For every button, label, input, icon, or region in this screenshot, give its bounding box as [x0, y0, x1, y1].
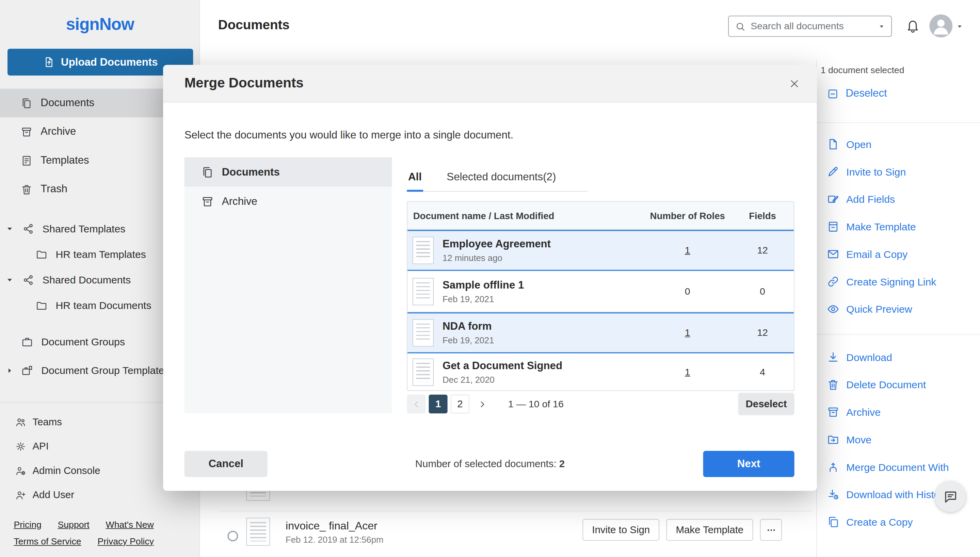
previous-page-button[interactable]	[407, 395, 426, 414]
roles-cell: 0	[644, 286, 731, 297]
move-icon	[827, 433, 840, 446]
sidebar-item-label: Shared Documents	[42, 274, 131, 286]
search-dropdown-caret-icon[interactable]	[878, 23, 885, 29]
make-template-button[interactable]: Make Template	[666, 519, 753, 541]
link-icon	[827, 275, 840, 288]
action-label: Download with History	[846, 489, 948, 500]
chevron-right-icon	[477, 399, 487, 409]
action-quick-preview[interactable]: Quick Preview	[817, 295, 980, 323]
signnow-logo[interactable]: signNow	[0, 15, 200, 34]
document-info: Employee Agreement12 minutes ago	[434, 238, 644, 263]
footer-link-terms-of-service[interactable]: Terms of Service	[14, 536, 81, 546]
email-icon	[827, 248, 840, 261]
more-options-button[interactable]	[760, 519, 782, 541]
footer-link-privacy-policy[interactable]: Privacy Policy	[97, 536, 154, 546]
avatar-caret-icon[interactable]	[956, 23, 963, 30]
invite-to-sign-button[interactable]: Invite to Sign	[582, 519, 659, 541]
document-thumbnail	[413, 358, 434, 386]
top-bar: Documents	[200, 0, 980, 52]
document-info: NDA formFeb 19, 2021	[434, 320, 644, 345]
action-archive[interactable]: Archive	[817, 399, 980, 426]
documents-icon	[21, 97, 33, 109]
tab-all[interactable]: All	[407, 171, 423, 191]
caret-down-icon[interactable]	[6, 225, 14, 233]
table-header: Document name / Last Modified Number of …	[408, 202, 794, 230]
action-delete-document[interactable]: Delete Document	[817, 371, 980, 399]
modal-tabs: AllSelected documents(2)	[407, 171, 587, 192]
footer-link-support[interactable]: Support	[58, 520, 90, 529]
minus-square-icon	[827, 88, 839, 100]
table-row[interactable]: Get a Document SignedDec 21, 202014	[408, 353, 794, 390]
table-row[interactable]: Employee Agreement12 minutes ago112	[408, 230, 794, 271]
tab-selected-documents-2[interactable]: Selected documents(2)	[445, 171, 557, 191]
pagination-range: 1 — 10 of 16	[508, 399, 564, 410]
count-label: Number of selected documents:	[415, 458, 556, 469]
caret-right-icon[interactable]	[6, 366, 14, 374]
user-avatar[interactable]	[929, 14, 952, 37]
modal-nav-documents[interactable]: Documents	[184, 157, 392, 186]
document-name: Employee Agreement	[442, 238, 644, 251]
next-page-button[interactable]	[473, 395, 491, 414]
upload-label: Upload Documents	[61, 56, 158, 68]
sidebar-item-label: Shared Templates	[42, 223, 126, 235]
action-merge-document-with[interactable]: Merge Document With	[817, 453, 980, 481]
roles-cell: 1	[644, 327, 731, 339]
modal-deselect-button[interactable]: Deselect	[738, 393, 794, 415]
document-thumbnail	[246, 518, 270, 546]
column-header-name: Document name / Last Modified	[408, 210, 644, 221]
page-1-button[interactable]: 1	[429, 395, 448, 414]
count-value: 2	[559, 458, 565, 469]
action-move[interactable]: Move	[817, 426, 980, 454]
search-box[interactable]	[728, 16, 892, 37]
footer-link-pricing[interactable]: Pricing	[14, 520, 41, 529]
action-create-signing-link[interactable]: Create Signing Link	[817, 268, 980, 295]
folder-icon	[36, 248, 48, 260]
action-create-a-copy[interactable]: Create a Copy	[817, 508, 980, 536]
chat-icon	[943, 489, 958, 504]
action-email-a-copy[interactable]: Email a Copy	[817, 241, 980, 268]
fields-count: 0	[731, 286, 794, 297]
chat-widget-button[interactable]	[935, 482, 966, 512]
search-input[interactable]	[750, 21, 873, 32]
search-icon	[735, 21, 745, 31]
page-2-button[interactable]: 2	[451, 395, 470, 414]
notifications-bell-icon[interactable]	[906, 19, 920, 33]
admin-icon	[15, 465, 26, 476]
sidebar-item-label: HR team Documents	[55, 300, 151, 312]
roles-count[interactable]: 1	[685, 366, 690, 377]
download-icon	[827, 351, 840, 363]
document-thumbnail	[413, 237, 434, 264]
deselect-button[interactable]: Deselect	[817, 80, 980, 107]
sidebar-item-label: HR team Templates	[55, 248, 146, 260]
table-row[interactable]: Sample offline 1Feb 19, 202100	[408, 271, 794, 312]
document-name: invoice_ final_Acer	[285, 520, 378, 533]
modal-nav-archive[interactable]: Archive	[184, 187, 392, 216]
app-root: signNow Upload Documents DocumentsArchiv…	[0, 0, 980, 557]
table-row[interactable]: NDA formFeb 19, 2021112	[408, 312, 794, 353]
primary-actions-list: OpenInvite to SignAdd FieldsMake Templat…	[817, 123, 980, 323]
action-label: Move	[846, 434, 871, 446]
share-icon	[23, 223, 34, 235]
next-button[interactable]: Next	[703, 451, 794, 477]
roles-count[interactable]: 1	[685, 327, 690, 338]
document-info: Sample offline 1Feb 19, 2021	[434, 278, 644, 303]
action-label: Quick Preview	[846, 303, 912, 315]
folder-icon	[36, 300, 48, 312]
action-make-template[interactable]: Make Template	[817, 213, 980, 241]
action-open[interactable]: Open	[817, 131, 980, 158]
roles-count[interactable]: 1	[685, 245, 690, 255]
action-add-fields[interactable]: Add Fields	[817, 186, 980, 213]
document-modified: Feb 12. 2019 at 12:56pm	[285, 534, 383, 544]
close-button[interactable]	[786, 75, 803, 92]
caret-down-icon[interactable]	[6, 276, 14, 284]
sidebar-item-label: API	[33, 441, 48, 452]
row-divider	[220, 511, 812, 511]
sidebar-item-label: Add User	[33, 489, 74, 500]
share-icon	[23, 274, 34, 286]
footer-link-what-s-new[interactable]: What's New	[106, 520, 154, 529]
action-invite-to-sign[interactable]: Invite to Sign	[817, 158, 980, 186]
row-checkbox[interactable]	[227, 531, 238, 541]
merge-icon	[827, 461, 840, 473]
action-download[interactable]: Download	[817, 343, 980, 371]
doc-icon	[827, 138, 840, 151]
